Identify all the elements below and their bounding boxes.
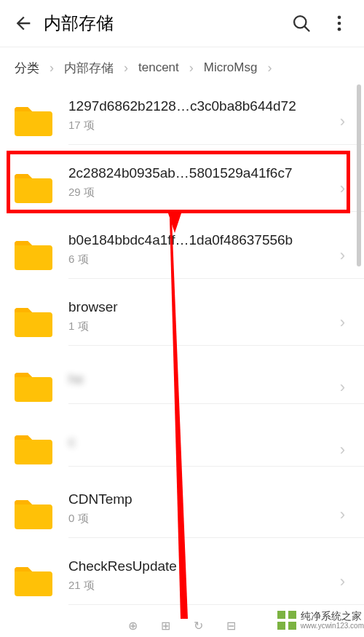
breadcrumb-item[interactable]: MicroMsg [204,60,258,75]
svg-rect-7 [288,611,296,619]
watermark-brand: 纯净系统之家 [301,611,364,622]
svg-point-3 [338,22,341,25]
folder-meta: 6 项 [68,253,329,266]
folder-content: 2c28824b0935ab…5801529a41f6c729 项 [68,165,364,212]
folder-icon [13,566,54,598]
header-actions [291,13,349,33]
folder-item[interactable]: b0e184bbdc4a1ff…1da0f48637556b6 项› [13,222,364,289]
folder-item[interactable]: he › [13,356,364,419]
folder-icon [13,240,54,272]
folder-content: browser1 项 [68,299,364,346]
search-icon[interactable] [291,13,312,33]
folder-meta: 17 项 [68,119,329,132]
svg-point-4 [338,28,341,31]
chevron-right-icon: › [340,246,345,265]
breadcrumb-item[interactable]: tencent [138,60,179,75]
chevron-right-icon: › [340,112,345,131]
svg-point-2 [338,16,341,20]
folder-name: CDNTemp [68,491,329,507]
folder-icon [13,434,54,466]
svg-rect-8 [277,622,285,630]
breadcrumb-item[interactable]: 分类 [15,60,39,76]
chevron-right-icon: › [124,60,128,76]
chevron-right-icon: › [50,60,54,76]
folder-name: 2c28824b0935ab…5801529a41f6c7 [68,165,329,181]
folder-item[interactable]: CDNTemp0 项› [13,481,364,548]
chevron-right-icon: › [340,378,345,397]
back-arrow-icon [13,13,33,33]
folder-content: c [68,434,364,467]
folder-icon [13,106,54,138]
folder-item[interactable]: c › [13,419,364,481]
folder-item[interactable]: 1297d6862b2128…c3c0ba8b644d7217 项› [13,88,364,155]
toolbar-icon[interactable]: ↻ [194,619,203,633]
page-title: 内部存储 [44,12,291,35]
app-header: 内部存储 [0,0,364,47]
chevron-right-icon: › [267,60,272,76]
more-menu-icon[interactable] [329,13,349,33]
chevron-right-icon: › [340,179,345,198]
folder-name: b0e184bbdc4a1ff…1da0f48637556b [68,232,329,248]
folder-name: c [68,434,329,450]
folder-name: browser [68,299,329,315]
folder-meta: 21 项 [68,579,329,593]
svg-line-1 [305,27,309,31]
folder-icon [13,499,54,531]
watermark-url: www.ycwin123.com [301,622,364,630]
folder-content: CheckResUpdate21 项 [68,558,364,605]
folder-icon [13,306,54,339]
folder-name: CheckResUpdate [68,558,329,574]
folder-content: 1297d6862b2128…c3c0ba8b644d7217 项 [68,98,364,145]
toolbar-icon[interactable]: ⊞ [161,619,170,633]
folder-item[interactable]: CheckResUpdate21 项› [13,548,364,615]
folder-meta: 0 项 [68,512,329,526]
folder-meta: 1 项 [68,320,329,333]
toolbar-icon[interactable]: ⊟ [226,619,236,633]
scrollbar-thumb[interactable] [357,84,361,266]
folder-name: he [68,371,329,387]
watermark: 纯净系统之家 www.ycwin123.com [276,609,364,631]
folder-content: b0e184bbdc4a1ff…1da0f48637556b6 项 [68,232,364,279]
chevron-right-icon: › [340,440,345,459]
folder-name: 1297d6862b2128…c3c0ba8b644d72 [68,98,329,114]
svg-rect-6 [277,611,285,619]
chevron-right-icon: › [340,505,345,524]
back-button[interactable] [9,9,38,38]
breadcrumb-item[interactable]: 内部存储 [64,60,114,76]
chevron-right-icon: › [340,572,345,591]
chevron-right-icon: › [340,313,345,332]
breadcrumb: 分类 › 内部存储 › tencent › MicroMsg › [0,47,364,88]
folder-list[interactable]: 1297d6862b2128…c3c0ba8b644d7217 项›2c2882… [0,88,364,627]
chevron-right-icon: › [189,60,194,76]
folder-icon [13,173,54,205]
folder-item[interactable]: browser1 项› [13,289,364,356]
folder-icon [13,371,54,403]
folder-item[interactable]: 2c28824b0935ab…5801529a41f6c729 项› [13,155,364,222]
watermark-logo-icon [276,609,298,631]
folder-meta: 29 项 [68,186,329,199]
folder-content: CDNTemp0 项 [68,491,364,538]
folder-content: he [68,371,364,404]
svg-rect-9 [288,622,296,630]
toolbar-icon[interactable]: ⊕ [128,619,138,633]
